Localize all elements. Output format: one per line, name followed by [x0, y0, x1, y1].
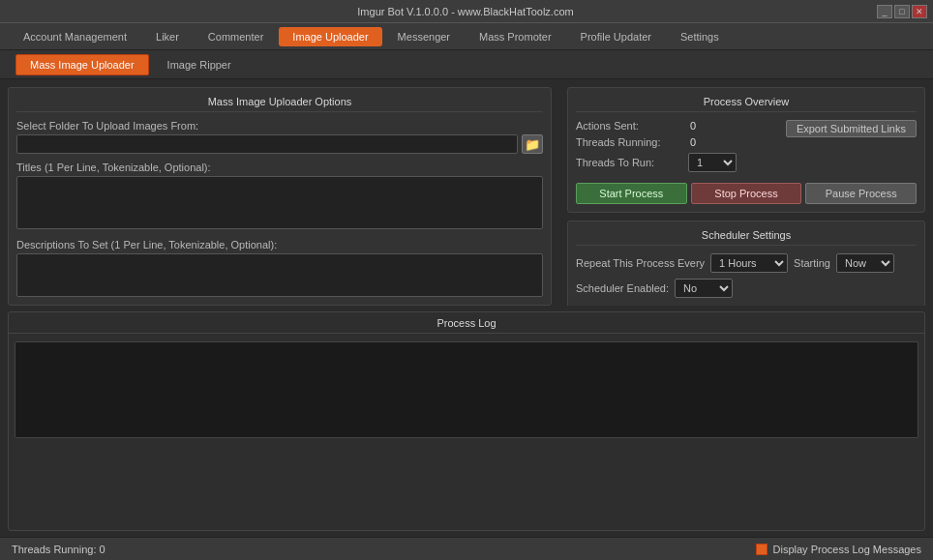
- right-panel: Process Overview Actions Sent: 0 Threads…: [567, 87, 925, 306]
- tab-image-ripper[interactable]: Image Ripper: [153, 54, 246, 75]
- actions-sent-row: Actions Sent: 0: [576, 120, 737, 132]
- orange-indicator-icon: [756, 544, 767, 555]
- nav-image-uploader[interactable]: Image Uploader: [279, 27, 381, 46]
- threads-running-row: Threads Running: 0: [576, 136, 737, 148]
- nav-profile-updater[interactable]: Profile Updater: [567, 27, 665, 46]
- nav-mass-promoter[interactable]: Mass Promoter: [466, 27, 565, 46]
- titles-label: Titles (1 Per Line, Tokenizable, Optiona…: [16, 162, 543, 173]
- status-threads-label: Threads Running:: [12, 544, 96, 555]
- close-button[interactable]: ✕: [912, 5, 927, 18]
- threads-to-run-label: Threads To Run:: [576, 157, 682, 168]
- status-right: Display Process Log Messages: [756, 544, 921, 555]
- actions-sent-label: Actions Sent:: [576, 120, 682, 132]
- descriptions-textarea[interactable]: [16, 253, 543, 297]
- status-bar: Threads Running: 0 Display Process Log M…: [0, 537, 933, 560]
- process-log-title: Process Log: [9, 312, 924, 334]
- left-panel-title: Mass Image Uploader Options: [16, 96, 543, 112]
- display-log-label[interactable]: Display Process Log Messages: [773, 544, 921, 555]
- scheduler-enabled-label: Scheduler Enabled:: [576, 282, 669, 294]
- actions-sent-value: 0: [690, 120, 696, 132]
- scheduler-enabled-row: Scheduler Enabled: No Yes: [576, 279, 917, 298]
- status-threads-value: 0: [100, 544, 105, 555]
- process-overview-box: Process Overview Actions Sent: 0 Threads…: [567, 87, 925, 213]
- scheduler-settings-box: Scheduler Settings Repeat This Process E…: [567, 221, 925, 306]
- process-overview-title: Process Overview: [576, 96, 917, 112]
- status-threads-running: Threads Running: 0: [12, 544, 105, 555]
- scheduler-enabled-dropdown[interactable]: No Yes: [675, 279, 733, 298]
- starting-label: Starting: [794, 257, 830, 269]
- start-process-button[interactable]: Start Process: [576, 183, 687, 204]
- threads-running-label: Threads Running:: [576, 136, 682, 148]
- pause-process-button[interactable]: Pause Process: [805, 183, 917, 204]
- minimize-button[interactable]: _: [877, 5, 892, 18]
- threads-running-value: 0: [690, 136, 696, 148]
- repeat-dropdown[interactable]: 1 Hours 2 Hours 4 Hours 8 Hours: [710, 253, 788, 273]
- process-log-section: Process Log: [8, 311, 925, 532]
- nav-messenger[interactable]: Messenger: [384, 27, 464, 46]
- nav-account-management[interactable]: Account Management: [10, 27, 140, 46]
- threads-to-run-row: Threads To Run: 1 2 3 4 5: [576, 153, 737, 172]
- descriptions-label: Descriptions To Set (1 Per Line, Tokeniz…: [16, 239, 543, 251]
- sub-tab-bar: Mass Image Uploader Image Ripper: [0, 50, 933, 79]
- export-submitted-links-button[interactable]: Export Submitted Links: [786, 120, 917, 137]
- select-folder-label: Select Folder To Upload Images From:: [16, 120, 543, 132]
- left-panel: Mass Image Uploader Options Select Folde…: [8, 87, 552, 306]
- nav-commenter[interactable]: Commenter: [195, 27, 277, 46]
- title-bar: Imgur Bot V.1.0.0.0 - www.BlackHatToolz.…: [0, 0, 933, 23]
- maximize-button[interactable]: □: [894, 5, 910, 18]
- nav-liker[interactable]: Liker: [142, 27, 193, 46]
- title-bar-text: Imgur Bot V.1.0.0.0 - www.BlackHatToolz.…: [54, 6, 877, 17]
- process-button-row: Start Process Stop Process Pause Process: [576, 183, 917, 204]
- folder-path-input[interactable]: [16, 134, 518, 154]
- next-run-value: Scheduler Not Enabled: [642, 304, 758, 306]
- folder-browse-button[interactable]: 📁: [522, 134, 543, 154]
- nav-settings[interactable]: Settings: [667, 27, 733, 46]
- repeat-row: Repeat This Process Every 1 Hours 2 Hour…: [576, 253, 917, 273]
- stop-process-button[interactable]: Stop Process: [691, 183, 802, 204]
- next-run-row: Next Run At: Scheduler Not Enabled: [576, 304, 917, 306]
- threads-to-run-dropdown[interactable]: 1 2 3 4 5: [688, 153, 737, 172]
- tab-mass-image-uploader[interactable]: Mass Image Uploader: [15, 54, 149, 75]
- starting-dropdown[interactable]: Now Custom: [836, 253, 894, 273]
- folder-input-row: 📁: [16, 134, 543, 154]
- title-bar-controls: _ □ ✕: [877, 5, 927, 18]
- next-run-label: Next Run At:: [576, 304, 636, 306]
- titles-textarea[interactable]: [16, 176, 543, 229]
- process-log-area: [15, 341, 918, 438]
- repeat-label: Repeat This Process Every: [576, 257, 705, 269]
- scheduler-title: Scheduler Settings: [576, 229, 917, 246]
- nav-bar: Account Management Liker Commenter Image…: [0, 23, 933, 50]
